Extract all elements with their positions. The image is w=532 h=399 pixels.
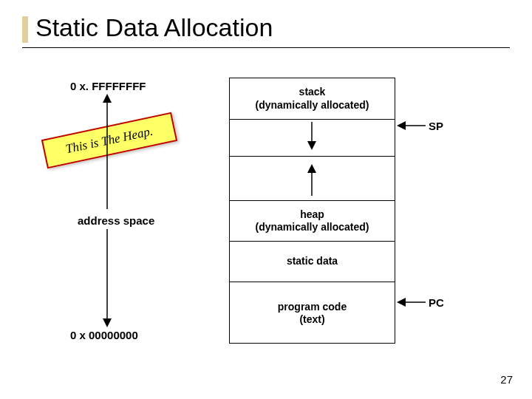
segment-heap: heap (dynamically allocated) <box>230 200 395 241</box>
segment-text: program code (text) <box>230 282 395 344</box>
title-rule <box>22 47 510 48</box>
segment-text-sub: (text) <box>299 313 324 327</box>
page-number: 27 <box>500 373 513 386</box>
segment-stack-title: stack <box>299 86 326 99</box>
address-space-label: address space <box>78 214 154 227</box>
pc-label: PC <box>429 296 444 309</box>
segment-gap-upper <box>230 119 395 156</box>
segment-gap-lower <box>230 156 395 200</box>
segment-static: static data <box>230 241 395 282</box>
segment-stack-sub: (dynamically allocated) <box>255 99 369 112</box>
heap-callout: This is The Heap. <box>41 112 177 169</box>
address-bottom: 0 x 00000000 <box>70 329 138 341</box>
segment-static-title: static data <box>287 255 338 268</box>
segment-heap-sub: (dynamically allocated) <box>255 221 369 234</box>
segment-heap-title: heap <box>300 208 324 222</box>
heap-callout-text: This is The Heap. <box>64 124 154 157</box>
page-title: Static Data Allocation <box>22 13 510 47</box>
sp-label: SP <box>429 120 443 132</box>
segment-text-title: program code <box>278 301 347 314</box>
title-accent-bar <box>22 16 28 43</box>
memory-column: stack (dynamically allocated) heap (dyna… <box>229 78 395 344</box>
segment-stack: stack (dynamically allocated) <box>230 78 395 119</box>
address-top: 0 x. FFFFFFFF <box>70 80 146 92</box>
